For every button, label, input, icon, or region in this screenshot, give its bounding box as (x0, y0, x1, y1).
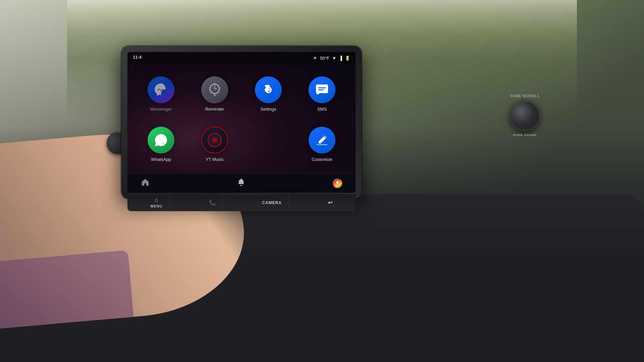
svg-rect-1 (214, 85, 215, 89)
app-settings[interactable]: Settings (245, 72, 292, 116)
push-sound-label: PUSH SOUND (503, 133, 547, 137)
signal-icon: ▐ (339, 56, 342, 61)
whatsapp-label: WhatsApp (151, 157, 171, 162)
whatsapp-icon (148, 127, 174, 154)
customize-label: Customize (312, 157, 332, 162)
back-icon: ↩ (328, 199, 333, 206)
sms-label: SMS (317, 107, 327, 112)
phone-button[interactable]: 📞 (202, 194, 223, 211)
nav-microphone[interactable] (333, 179, 342, 188)
physical-buttons-row: ⌂ MENU 📞 CAMERA ↩ (127, 194, 356, 211)
camera-button[interactable]: CAMERA (255, 194, 289, 211)
camera-label: CAMERA (262, 200, 282, 205)
app-ytmusic[interactable]: YT Music (191, 122, 238, 166)
temperature-display: 50°F (320, 56, 329, 61)
reminder-label: Reminder (205, 107, 224, 112)
svg-rect-2 (214, 88, 217, 89)
phone-icon: 📞 (209, 199, 216, 206)
menu-label: MENU (150, 204, 162, 208)
tune-scroll-knob-area: TUNE·SCROLL PUSH SOUND (503, 94, 547, 137)
nav-notification[interactable] (237, 178, 246, 189)
sms-icon (309, 76, 335, 103)
customize-icon (309, 127, 335, 154)
ytmusic-label: YT Music (206, 157, 224, 162)
settings-label: Settings (261, 107, 276, 112)
app-sms[interactable]: SMS (299, 72, 345, 116)
menu-button[interactable]: ⌂ MENU (144, 194, 169, 211)
sun-icon: ☀ (313, 55, 317, 61)
app-grid: Messenger Reminder (127, 65, 356, 173)
bottom-navigation-bar (127, 173, 356, 193)
google-mic-icon (333, 179, 342, 188)
ytmusic-icon (201, 127, 228, 154)
back-button[interactable]: ↩ (321, 194, 339, 211)
tune-scroll-knob[interactable] (510, 101, 540, 131)
sleeve (0, 250, 133, 328)
svg-rect-8 (317, 144, 327, 145)
app-whatsapp[interactable]: WhatsApp (138, 122, 184, 166)
messenger-icon (148, 76, 174, 103)
time-display: 11:4 (133, 55, 142, 60)
battery-icon: 🔋 (345, 56, 350, 61)
screen-display[interactable]: 11:4 ☀ 50°F ▼ ▐ 🔋 Messenger (127, 52, 356, 193)
svg-rect-9 (336, 181, 338, 184)
status-bar: 11:4 ☀ 50°F ▼ ▐ 🔋 (127, 52, 356, 64)
nav-home[interactable] (141, 178, 150, 189)
svg-rect-3 (316, 84, 328, 93)
home-icon: ⌂ (155, 197, 158, 203)
app-empty (245, 122, 292, 166)
app-messenger[interactable]: Messenger (138, 72, 184, 116)
reminder-icon (201, 76, 228, 103)
messenger-label: Messenger (150, 107, 172, 112)
infotainment-screen-unit: 11:4 ☀ 50°F ▼ ▐ 🔋 Messenger (127, 52, 356, 193)
app-customize[interactable]: Customize (299, 122, 345, 166)
settings-icon (255, 76, 282, 103)
wifi-icon: ▼ (332, 56, 336, 61)
tune-scroll-label: TUNE·SCROLL (503, 94, 547, 98)
app-reminder[interactable]: Reminder (191, 72, 238, 116)
